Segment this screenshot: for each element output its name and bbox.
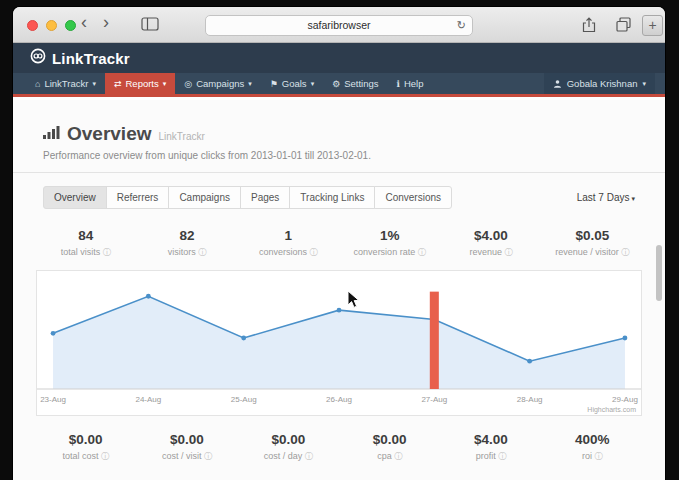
new-tab-button[interactable]: + xyxy=(642,15,663,36)
scrollbar-thumb[interactable] xyxy=(656,245,662,301)
bar-chart-icon xyxy=(43,125,60,143)
site-header: LinkTrackr xyxy=(13,43,665,73)
logo-text[interactable]: LinkTrackr xyxy=(52,50,130,67)
info-icon[interactable]: ⓘ xyxy=(394,452,402,461)
info-icon[interactable]: ⓘ xyxy=(305,452,313,461)
x-axis-label: 23-Aug xyxy=(40,395,66,404)
chart-credit[interactable]: Highcharts.com xyxy=(587,406,636,413)
x-axis-label: 27-Aug xyxy=(421,395,447,404)
tab-campaigns[interactable]: Campaigns xyxy=(168,186,241,209)
browser-forward-button[interactable]: › xyxy=(103,12,109,33)
address-bar[interactable]: safaribrowser ↻ xyxy=(205,15,473,36)
home-icon: ⌂ xyxy=(35,79,40,89)
stat-value: 82 xyxy=(136,228,237,243)
stat-value: 400% xyxy=(542,432,643,447)
stat-value: $0.00 xyxy=(339,432,440,447)
overview-chart[interactable]: 23-Aug24-Aug25-Aug26-Aug27-Aug28-Aug29-A… xyxy=(37,271,641,417)
tab-overview-icon[interactable] xyxy=(616,17,631,37)
info-icon[interactable]: ⓘ xyxy=(498,452,506,461)
date-range-label: Last 7 Days xyxy=(577,192,630,203)
info-icon[interactable]: ⓘ xyxy=(310,248,318,257)
browser-window: ‹ › safaribrowser ↻ xyxy=(13,7,665,480)
chevron-down-icon: ▾ xyxy=(311,80,315,88)
nav-item-linktrackr[interactable]: ⌂ LinkTrackr ▾ xyxy=(26,73,105,94)
tab-conversions[interactable]: Conversions xyxy=(374,186,452,209)
tab-referrers[interactable]: Referrers xyxy=(106,186,170,209)
user-name: Gobala Krishnan xyxy=(567,78,638,89)
stat-visitors: 82 visitors ⓘ xyxy=(136,228,237,258)
info-icon[interactable]: ⓘ xyxy=(101,452,109,461)
stat-label: total visits ⓘ xyxy=(35,247,136,258)
info-icon[interactable]: ⓘ xyxy=(204,452,212,461)
info-icon[interactable]: ⓘ xyxy=(103,248,111,257)
nav-item-goals[interactable]: ⚑ Goals ▾ xyxy=(261,73,323,94)
chevron-down-icon: ▾ xyxy=(92,80,96,88)
user-icon xyxy=(553,79,562,89)
chevron-down-icon: ▾ xyxy=(163,80,167,88)
chevron-down-icon: ▾ xyxy=(248,80,252,88)
stat-cpa: $0.00 cpa ⓘ xyxy=(339,432,440,462)
stat-value: $4.00 xyxy=(440,432,541,447)
stat-label: conversions ⓘ xyxy=(238,247,339,258)
chevron-down-icon: ▾ xyxy=(642,80,646,88)
stat-label: revenue ⓘ xyxy=(440,247,541,258)
info-icon[interactable]: ⓘ xyxy=(505,248,513,257)
browser-back-button[interactable]: ‹ xyxy=(81,12,87,33)
linktrackr-logo-icon xyxy=(30,48,46,68)
page-title: Overview xyxy=(67,123,152,145)
stat-label: cost / visit ⓘ xyxy=(136,451,237,462)
stat-label: total cost ⓘ xyxy=(35,451,136,462)
date-range-dropdown[interactable]: Last 7 Days▾ xyxy=(577,192,635,203)
stat-roi: 400% roi ⓘ xyxy=(542,432,643,462)
stats-row-bottom: $0.00 total cost ⓘ $0.00 cost / visit ⓘ … xyxy=(13,416,665,474)
info-icon[interactable]: ⓘ xyxy=(198,248,206,257)
stat-profit: $4.00 profit ⓘ xyxy=(440,432,541,462)
stat-total-cost: $0.00 total cost ⓘ xyxy=(35,432,136,462)
sidebar-toggle-icon[interactable] xyxy=(141,17,159,35)
x-axis-label: 25-Aug xyxy=(231,395,257,404)
stat-total-visits: 84 total visits ⓘ xyxy=(35,228,136,258)
nav-item-campaigns[interactable]: ◎ Campaigns ▾ xyxy=(175,73,260,94)
site-nav: ⌂ LinkTrackr ▾ ⇄ Reports ▾ ◎ Campaigns ▾… xyxy=(13,73,665,97)
stat-value: 1% xyxy=(339,228,440,243)
page-subtitle: Performance overview from unique clicks … xyxy=(43,150,635,161)
nav-item-reports[interactable]: ⇄ Reports ▾ xyxy=(105,73,175,94)
chart-panel: 23-Aug24-Aug25-Aug26-Aug27-Aug28-Aug29-A… xyxy=(36,270,642,416)
info-icon[interactable]: ⓘ xyxy=(418,248,426,257)
traffic-lights xyxy=(27,20,76,31)
stat-label: roi ⓘ xyxy=(542,451,643,462)
stat-cost-visit: $0.00 cost / visit ⓘ xyxy=(136,432,237,462)
share-icon[interactable] xyxy=(582,17,596,37)
info-icon[interactable]: ⓘ xyxy=(595,452,603,461)
page-title-brand: LinkTrackr xyxy=(159,131,205,142)
tab-pages[interactable]: Pages xyxy=(240,186,290,209)
stat-value: $4.00 xyxy=(440,228,541,243)
stat-value: $0.00 xyxy=(238,432,339,447)
stat-label: visitors ⓘ xyxy=(136,247,237,258)
stat-label: cost / day ⓘ xyxy=(238,451,339,462)
x-axis-label: 26-Aug xyxy=(326,395,352,404)
x-axis-label: 29-Aug xyxy=(612,395,638,404)
stat-revenue: $4.00 revenue ⓘ xyxy=(440,228,541,258)
nav-item-help[interactable]: ℹ Help xyxy=(388,73,433,94)
x-axis-label: 24-Aug xyxy=(135,395,161,404)
x-axis-label: 28-Aug xyxy=(517,395,543,404)
page-content: Overview LinkTrackr Performance overview… xyxy=(13,100,665,480)
tab-overview[interactable]: Overview xyxy=(43,186,107,209)
chevron-down-icon: ▾ xyxy=(631,195,635,202)
info-icon[interactable]: ⓘ xyxy=(621,248,629,257)
nav-item-settings[interactable]: ⚙ Settings xyxy=(323,73,387,94)
address-text: safaribrowser xyxy=(307,19,370,31)
minimize-window-button[interactable] xyxy=(46,20,57,31)
reload-icon[interactable]: ↻ xyxy=(457,16,466,35)
browser-chrome: ‹ › safaribrowser ↻ xyxy=(13,7,665,43)
user-menu[interactable]: Gobala Krishnan ▾ xyxy=(544,73,655,94)
stat-label: profit ⓘ xyxy=(440,451,541,462)
tab-tracking-links[interactable]: Tracking Links xyxy=(289,186,375,209)
reports-icon: ⇄ xyxy=(114,79,122,89)
stat-label: cpa ⓘ xyxy=(339,451,440,462)
stat-value: 1 xyxy=(238,228,339,243)
stat-conversion-rate: 1% conversion rate ⓘ xyxy=(339,228,440,258)
close-window-button[interactable] xyxy=(27,20,38,31)
zoom-window-button[interactable] xyxy=(65,20,76,31)
